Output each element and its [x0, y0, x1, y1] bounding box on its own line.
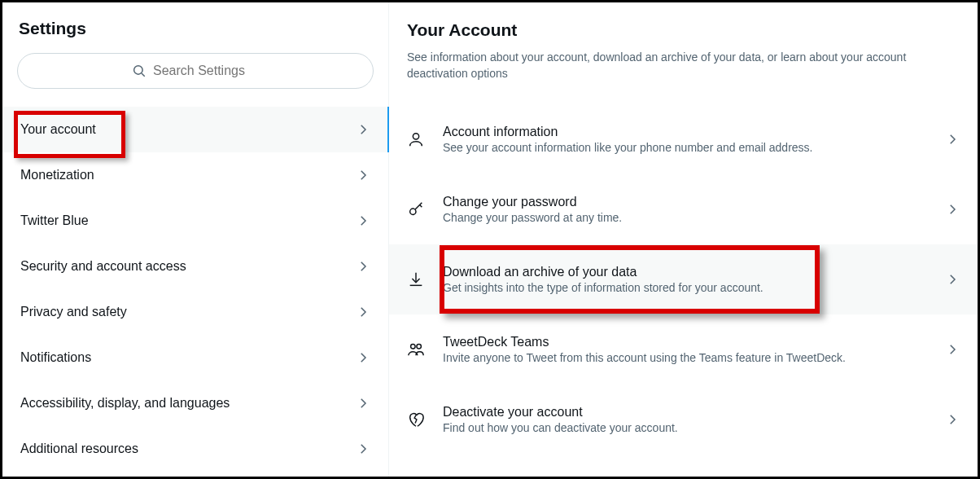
chevron-right-icon	[945, 132, 960, 147]
option-text: Deactivate your account Find out how you…	[443, 405, 927, 434]
sidebar-title: Settings	[19, 19, 372, 38]
svg-point-2	[413, 134, 418, 139]
option-title: Deactivate your account	[443, 405, 927, 420]
main-panel: Your Account See information about your …	[389, 2, 978, 477]
sidebar-item-notifications[interactable]: Notifications	[2, 335, 388, 380]
chevron-right-icon	[356, 305, 370, 319]
sidebar-item-label: Notifications	[20, 350, 91, 365]
option-subtitle: Get insights into the type of informatio…	[443, 281, 927, 294]
chevron-right-icon	[356, 122, 370, 137]
option-subtitle: Change your password at any time.	[443, 211, 927, 224]
page-title: Your Account	[407, 20, 960, 40]
option-subtitle: Find out how you can deactivate your acc…	[443, 421, 927, 434]
option-download-archive[interactable]: Download an archive of your data Get ins…	[389, 244, 978, 314]
svg-point-4	[411, 345, 416, 349]
chevron-right-icon	[945, 202, 960, 217]
person-icon	[407, 130, 425, 148]
heartbreak-icon	[407, 411, 425, 428]
sidebar-item-label: Your account	[20, 122, 96, 137]
option-title: Download an archive of your data	[443, 265, 927, 279]
option-title: TweetDeck Teams	[443, 335, 927, 349]
chevron-right-icon	[356, 396, 370, 411]
svg-point-0	[134, 66, 143, 75]
chevron-right-icon	[356, 442, 370, 456]
sidebar-item-accessibility[interactable]: Accessibility, display, and languages	[2, 380, 388, 426]
sidebar-item-label: Twitter Blue	[20, 213, 89, 228]
option-change-password[interactable]: Change your password Change your passwor…	[389, 174, 978, 244]
download-icon	[407, 270, 425, 288]
option-text: Download an archive of your data Get ins…	[443, 265, 927, 294]
svg-line-1	[142, 73, 145, 77]
sidebar-item-label: Additional resources	[20, 442, 138, 456]
chevron-right-icon	[945, 412, 960, 427]
sidebar-item-twitter-blue[interactable]: Twitter Blue	[2, 198, 388, 244]
option-title: Account information	[443, 125, 927, 139]
search-settings-field[interactable]	[17, 53, 374, 89]
search-icon	[132, 64, 147, 78]
chevron-right-icon	[356, 213, 370, 228]
option-deactivate-account[interactable]: Deactivate your account Find out how you…	[389, 385, 978, 455]
chevron-right-icon	[356, 259, 370, 274]
option-text: TweetDeck Teams Invite anyone to Tweet f…	[443, 335, 927, 364]
people-icon	[407, 341, 425, 358]
settings-nav: Your account Monetization Twitter Blue S…	[2, 107, 388, 472]
svg-point-3	[410, 209, 416, 214]
sidebar-item-security-access[interactable]: Security and account access	[2, 244, 388, 289]
sidebar-item-privacy-safety[interactable]: Privacy and safety	[2, 289, 388, 335]
settings-sidebar: Settings Your account Monetization Twitt…	[2, 2, 389, 477]
svg-point-5	[417, 345, 422, 349]
option-text: Account information See your account inf…	[443, 125, 927, 154]
sidebar-item-label: Monetization	[20, 168, 94, 182]
search-container	[17, 53, 374, 89]
sidebar-item-your-account[interactable]: Your account	[2, 107, 388, 152]
option-account-information[interactable]: Account information See your account inf…	[389, 104, 978, 174]
option-subtitle: See your account information like your p…	[443, 141, 927, 154]
option-text: Change your password Change your passwor…	[443, 195, 927, 224]
chevron-right-icon	[945, 272, 960, 287]
sidebar-item-label: Privacy and safety	[20, 305, 127, 319]
option-subtitle: Invite anyone to Tweet from this account…	[443, 351, 927, 364]
page-description: See information about your account, down…	[407, 50, 960, 81]
option-tweetdeck-teams[interactable]: TweetDeck Teams Invite anyone to Tweet f…	[389, 314, 978, 385]
chevron-right-icon	[356, 350, 370, 365]
sidebar-item-additional-resources[interactable]: Additional resources	[2, 426, 388, 472]
search-input[interactable]	[153, 64, 259, 78]
option-title: Change your password	[443, 195, 927, 209]
chevron-right-icon	[945, 342, 960, 357]
sidebar-item-monetization[interactable]: Monetization	[2, 152, 388, 198]
sidebar-item-label: Security and account access	[20, 259, 186, 274]
sidebar-item-label: Accessibility, display, and languages	[20, 396, 230, 411]
key-icon	[407, 200, 425, 218]
chevron-right-icon	[356, 168, 370, 182]
